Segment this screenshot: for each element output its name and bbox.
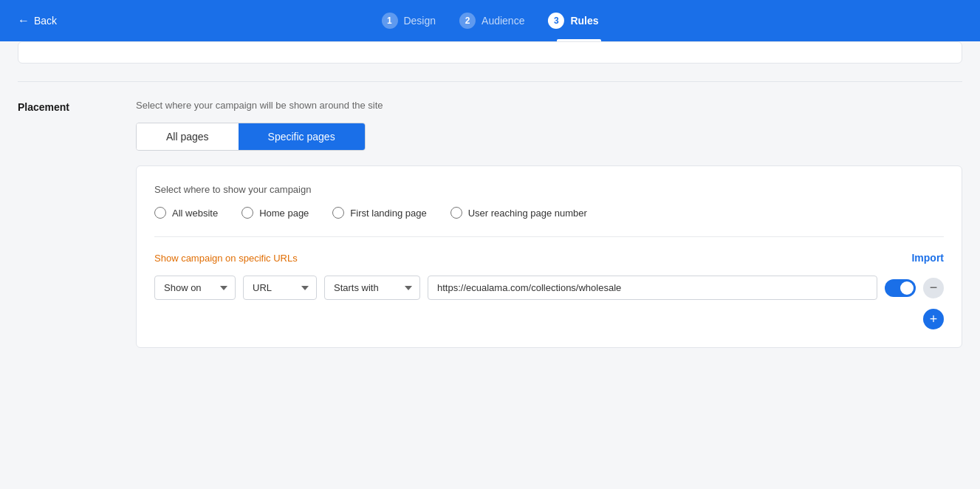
minus-icon: − [930, 280, 938, 295]
radio-page-number[interactable]: User reaching page number [450, 207, 587, 219]
placement-description: Select where your campaign will be shown… [136, 100, 962, 111]
step-audience-label: Audience [482, 15, 524, 27]
show-on-select[interactable]: Show on Hide on [154, 276, 236, 300]
radio-first-landing[interactable]: First landing page [332, 207, 426, 219]
specific-pages-button[interactable]: Specific pages [239, 123, 365, 150]
steps-nav: 1 Design 2 Audience 3 Rules [381, 13, 598, 29]
main-content: Placement Select where your campaign wil… [0, 41, 980, 377]
top-partial-card [18, 41, 962, 64]
placement-toggle-group: All pages Specific pages [136, 123, 366, 151]
url-row-toggle[interactable] [885, 279, 916, 297]
step-rules-num: 3 [548, 13, 564, 29]
back-arrow-icon: ← [18, 14, 30, 27]
step-design-label: Design [403, 15, 436, 27]
plus-icon: + [930, 312, 938, 327]
placement-section: Placement Select where your campaign wil… [0, 100, 980, 348]
step-audience[interactable]: 2 Audience [459, 13, 524, 29]
step-rules-label: Rules [570, 15, 598, 27]
radio-home-page-input[interactable] [241, 207, 253, 219]
radio-first-landing-input[interactable] [332, 207, 344, 219]
radio-page-number-label: User reaching page number [468, 208, 587, 219]
url-row: Show on Hide on URL Path Domain Starts w… [154, 276, 944, 300]
inner-divider [154, 236, 944, 237]
remove-url-button[interactable]: − [923, 278, 944, 298]
section-divider [18, 81, 962, 82]
step-underline [557, 39, 601, 41]
add-url-button[interactable]: + [923, 309, 944, 329]
url-input[interactable] [428, 276, 877, 300]
step-audience-num: 2 [459, 13, 476, 29]
radio-first-landing-label: First landing page [350, 208, 426, 219]
url-section-title: Show campaign on specific URLs [154, 253, 298, 264]
header: ← Back 1 Design 2 Audience 3 Rules [0, 0, 980, 41]
placement-label: Placement [18, 100, 106, 348]
match-type-select[interactable]: Starts with Contains Ends with Equals [324, 276, 420, 300]
back-label: Back [34, 15, 57, 27]
import-button[interactable]: Import [911, 252, 944, 264]
radio-page-number-input[interactable] [450, 207, 462, 219]
radio-home-page[interactable]: Home page [241, 207, 309, 219]
url-section-header: Show campaign on specific URLs Import [154, 252, 944, 264]
inner-card-title: Select where to show your campaign [154, 184, 944, 195]
inner-card: Select where to show your campaign All w… [136, 165, 962, 348]
radio-home-page-label: Home page [259, 208, 309, 219]
step-rules[interactable]: 3 Rules [548, 13, 598, 29]
radio-all-website-label: All website [172, 208, 218, 219]
back-button[interactable]: ← Back [18, 14, 57, 27]
url-type-select[interactable]: URL Path Domain [243, 276, 317, 300]
radio-all-website[interactable]: All website [154, 207, 218, 219]
placement-content: Select where your campaign will be shown… [136, 100, 962, 348]
radio-all-website-input[interactable] [154, 207, 166, 219]
step-design-num: 1 [381, 13, 397, 29]
step-design[interactable]: 1 Design [381, 13, 436, 29]
all-pages-button[interactable]: All pages [137, 123, 239, 150]
radio-group: All website Home page First landing page… [154, 207, 944, 219]
